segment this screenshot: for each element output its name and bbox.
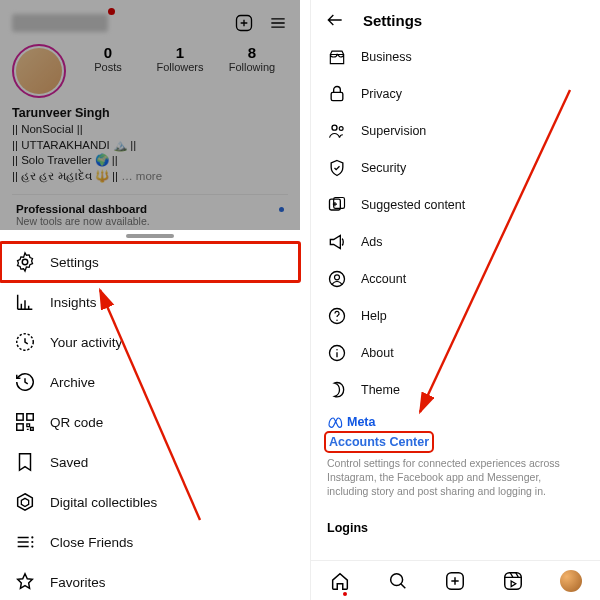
dashboard-title: Professional dashboard: [16, 203, 284, 215]
meta-brand: Meta: [327, 414, 584, 430]
meta-section: Meta Accounts Center Control settings fo…: [311, 414, 600, 499]
settings-label: Security: [361, 161, 406, 175]
username-blurred: [12, 14, 108, 32]
stat-followers-label: Followers: [144, 61, 216, 73]
bio-line: || હર હર મહાદેવ 🔱 ||: [12, 170, 118, 182]
svg-point-16: [335, 274, 340, 279]
menu-item-insights[interactable]: Insights: [0, 282, 300, 322]
settings-label: Ads: [361, 235, 383, 249]
stat-posts[interactable]: 0 Posts: [72, 44, 144, 73]
menu-label: Your activity: [50, 335, 122, 350]
settings-item-help[interactable]: Help: [311, 297, 600, 334]
settings-item-supervision[interactable]: Supervision: [311, 112, 600, 149]
favorites-icon: [14, 571, 36, 593]
stat-followers[interactable]: 1 Followers: [144, 44, 216, 73]
bio-line: || NonSocial ||: [12, 122, 288, 138]
help-icon: [327, 306, 347, 326]
menu-item-saved[interactable]: Saved: [0, 442, 300, 482]
avatar[interactable]: [12, 44, 66, 98]
security-icon: [327, 158, 347, 178]
profile-sheet-menu: Settings Insights Your activity Archive …: [0, 242, 300, 600]
logins-heading: Logins: [311, 521, 600, 535]
svg-rect-23: [505, 572, 522, 589]
menu-label: Digital collectibles: [50, 495, 157, 510]
settings-item-about[interactable]: About: [311, 334, 600, 371]
business-icon: [327, 47, 347, 67]
saved-icon: [14, 451, 36, 473]
profile-section-dimmed: 0 Posts 1 Followers 8 Following Tarunvee…: [0, 0, 300, 230]
settings-label: Privacy: [361, 87, 402, 101]
accounts-center-link[interactable]: Accounts Center: [327, 434, 431, 450]
activity-icon: [14, 331, 36, 353]
profile-name: Tarunveer Singh: [12, 106, 288, 120]
notification-dot: [108, 8, 115, 15]
page-title: Settings: [363, 12, 422, 29]
ads-icon: [327, 232, 347, 252]
menu-item-activity[interactable]: Your activity: [0, 322, 300, 362]
sheet-grabber[interactable]: [126, 234, 174, 238]
svg-rect-4: [27, 414, 33, 420]
settings-label: Theme: [361, 383, 400, 397]
settings-item-ads[interactable]: Ads: [311, 223, 600, 260]
stat-followers-count: 1: [144, 44, 216, 61]
home-icon[interactable]: [329, 570, 351, 592]
menu-label: Insights: [50, 295, 97, 310]
left-pane: 0 Posts 1 Followers 8 Following Tarunvee…: [0, 0, 300, 600]
close-friends-icon: [14, 531, 36, 553]
svg-rect-3: [17, 414, 23, 420]
svg-point-18: [336, 319, 338, 321]
stat-posts-count: 0: [72, 44, 144, 61]
settings-item-security[interactable]: Security: [311, 149, 600, 186]
create-icon[interactable]: [444, 570, 466, 592]
right-pane: Settings Business Privacy Supervision Se…: [310, 0, 600, 600]
menu-item-close-friends[interactable]: Close Friends: [0, 522, 300, 562]
menu-label: Archive: [50, 375, 95, 390]
menu-label: Settings: [50, 255, 99, 270]
professional-dashboard[interactable]: Professional dashboard New tools are now…: [12, 194, 288, 233]
back-arrow-icon[interactable]: [325, 10, 345, 30]
svg-point-11: [332, 125, 337, 130]
search-icon[interactable]: [387, 570, 409, 592]
profile-nav-avatar[interactable]: [560, 570, 582, 592]
settings-item-account[interactable]: Account: [311, 260, 600, 297]
bottom-nav: [311, 560, 600, 600]
create-post-icon[interactable]: [234, 13, 254, 33]
meta-logo-icon: [327, 414, 343, 430]
profile-bio: || NonSocial || || UTTARAKHANDI 🏔️ || ||…: [12, 122, 288, 184]
svg-point-1: [22, 259, 28, 265]
hamburger-icon[interactable]: [268, 13, 288, 33]
settings-label: Account: [361, 272, 406, 286]
settings-list: Business Privacy Supervision Security Su…: [311, 36, 600, 408]
account-icon: [327, 269, 347, 289]
settings-icon: [14, 251, 36, 273]
svg-point-7: [31, 541, 33, 543]
menu-item-favorites[interactable]: Favorites: [0, 562, 300, 600]
menu-item-collectibles[interactable]: Digital collectibles: [0, 482, 300, 522]
svg-rect-10: [331, 92, 343, 100]
menu-item-archive[interactable]: Archive: [0, 362, 300, 402]
suggested-icon: [327, 195, 347, 215]
bio-more[interactable]: … more: [121, 170, 162, 182]
svg-point-20: [336, 348, 338, 350]
settings-item-business[interactable]: Business: [311, 38, 600, 75]
privacy-icon: [327, 84, 347, 104]
settings-label: Business: [361, 50, 412, 64]
menu-item-qr[interactable]: QR code: [0, 402, 300, 442]
settings-header: Settings: [311, 0, 600, 36]
stat-following[interactable]: 8 Following: [216, 44, 288, 73]
settings-item-suggested[interactable]: Suggested content: [311, 186, 600, 223]
bio-line: || Solo Traveller 🌍 ||: [12, 153, 288, 169]
insights-icon: [14, 291, 36, 313]
settings-label: Suggested content: [361, 198, 465, 212]
meta-brand-label: Meta: [347, 415, 375, 429]
settings-item-privacy[interactable]: Privacy: [311, 75, 600, 112]
accounts-center-desc: Control settings for connected experienc…: [327, 456, 584, 499]
menu-label: QR code: [50, 415, 103, 430]
dashboard-subtitle: New tools are now available.: [16, 215, 284, 227]
menu-item-settings[interactable]: Settings: [0, 242, 300, 282]
bio-line: || UTTARAKHANDI 🏔️ ||: [12, 138, 288, 154]
settings-label: Supervision: [361, 124, 426, 138]
svg-point-8: [31, 545, 33, 547]
settings-item-theme[interactable]: Theme: [311, 371, 600, 408]
reels-icon[interactable]: [502, 570, 524, 592]
